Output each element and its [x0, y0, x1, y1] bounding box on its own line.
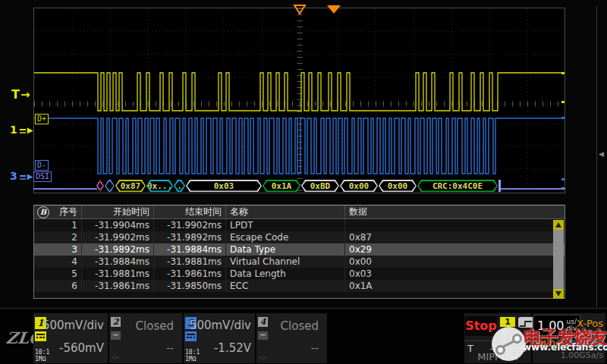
table-row[interactable]: 6-31.9861ms-31.9850msECC0x1A: [34, 280, 565, 292]
table-cell: -31.9892ms: [154, 231, 226, 243]
ch1-probe-ratio: 10:1: [35, 349, 49, 356]
ch3-probe-ratio: 10:1: [185, 349, 200, 356]
table-cell: 0x03: [345, 268, 565, 280]
decode-segment: 0x...: [146, 180, 173, 192]
trigger-level-marker[interactable]: T→: [11, 87, 30, 102]
ch1-probe-info: 10:1 1MΩ: [35, 349, 49, 362]
table-cell: Data Type: [226, 243, 345, 256]
col-header-data: 数据: [345, 206, 565, 218]
col-header-end-time: 结束时间: [154, 206, 226, 218]
channel2-block[interactable]: 2 − -:- Closed --: [109, 313, 182, 363]
watermark-logo-icon: [492, 327, 526, 361]
table-body: 1-31.9904ms-31.9902msLPDT2-31.9902ms-31.…: [34, 219, 565, 292]
scroll-up-arrow[interactable]: [553, 220, 564, 230]
waveform-display: [33, 8, 565, 193]
table-cell: -31.9902ms: [82, 231, 154, 243]
coupling-icon: [20, 128, 26, 133]
decode-segment-label: CRC:0x4C0E: [432, 181, 483, 191]
ch2-offset: --: [166, 342, 174, 354]
ch4-coupling-icon: −: [258, 331, 268, 340]
watermark-url: www.elecfans.com: [523, 342, 607, 353]
table-cell: 0x00: [345, 256, 565, 268]
table-cell: -31.9884ms: [154, 243, 226, 256]
decode-segment-label: 0x...: [147, 181, 172, 191]
trigger-source-badge[interactable]: 1: [500, 317, 515, 327]
ch2-coupling-icon: −: [111, 331, 121, 340]
table-cell: 4: [34, 256, 82, 268]
dplus-lane-label: D+: [35, 114, 49, 124]
table-cell: -31.9902ms: [154, 219, 226, 231]
table-cell: -31.9850ms: [154, 280, 226, 292]
table-cell: 0x87: [345, 231, 565, 243]
decode-segment-label: 0xBD: [310, 181, 331, 191]
right-arrow-icon: →: [20, 88, 30, 102]
pointer-icon: ▶: [27, 172, 33, 180]
trigger-position-marker-icon[interactable]: [293, 4, 307, 15]
table-cell: [345, 219, 565, 231]
run-state-label: Stop: [465, 316, 497, 336]
ch1-number: 1: [10, 124, 17, 136]
ch4-offset: --: [311, 342, 319, 354]
decode-segment: 0x00: [340, 180, 378, 192]
table-cell: 0x29: [345, 243, 565, 256]
run-state-button[interactable]: Stop: [465, 316, 497, 336]
ch1-dc-coupling-icon: [35, 331, 46, 341]
decode-segment-label: 0x03: [214, 181, 234, 191]
ch2-probe-info: -:-: [112, 353, 119, 361]
decode-segment: 0x87: [115, 180, 146, 192]
ch3-number: 3: [10, 170, 17, 182]
coupling-icon: [20, 174, 26, 180]
channel3-block[interactable]: 3 10:1 1MΩ 500mV/div -1.52V: [184, 313, 255, 363]
pointer-icon: ▶: [27, 126, 33, 134]
decode-segment-label: ...: [172, 181, 187, 191]
ch3-dc-coupling-icon: [185, 331, 197, 341]
table-cell: -31.9881ms: [154, 256, 226, 268]
t-label: T: [11, 87, 20, 102]
table-cell: LPDT: [226, 219, 345, 231]
ch1-offset: -560mV: [59, 341, 104, 355]
decode-segment-label: 0x1A: [272, 181, 292, 191]
ch3-position-marker[interactable]: 3▶: [10, 170, 33, 182]
decode-segment: 0x1A: [263, 180, 300, 192]
channel1-block[interactable]: 1 10:1 1MΩ 500mV/div -560mV: [33, 313, 108, 363]
table-row[interactable]: 3-31.9892ms-31.9884msData Type0x29: [34, 243, 565, 256]
table-cell: Escape Code: [226, 231, 345, 243]
table-cell: 6: [34, 280, 82, 292]
ch2-state: Closed: [136, 319, 174, 333]
table-row[interactable]: 5-31.9881ms-31.9861msData Length0x03: [34, 268, 565, 280]
decode-segment: 0x00: [379, 180, 417, 192]
waveform-grid: [34, 8, 565, 193]
ch3-impedance: 1MΩ: [185, 356, 200, 362]
table-row[interactable]: 1-31.9904ms-31.9902msLPDT: [34, 219, 565, 231]
ch1-scale: 500mV/div: [42, 318, 104, 332]
table-cell: ECC: [226, 280, 345, 292]
table-cell: Virtual Channel: [226, 256, 345, 268]
trigger-delay-marker-icon[interactable]: [326, 5, 341, 14]
table-cell: -31.9861ms: [154, 268, 226, 280]
ch1-position-marker[interactable]: 1▶: [10, 124, 33, 136]
table-cell: -31.9881ms: [82, 268, 154, 280]
ch3-probe-info: 10:1 1MΩ: [185, 349, 200, 362]
channel4-block[interactable]: 4 − -:- Closed --: [256, 313, 327, 363]
decode-segment-label: 0x87: [121, 181, 141, 191]
dminus-lane-label: D-: [35, 160, 49, 171]
decode-segment: CRC:0x4C0E: [417, 180, 498, 192]
ch3-offset: -1.52V: [214, 341, 251, 355]
scroll-track[interactable]: [553, 230, 564, 289]
decode-segment: [96, 180, 104, 192]
side-menu-collapse-arrow[interactable]: ◀: [599, 150, 604, 158]
ch4-badge: 4: [258, 317, 268, 327]
table-cell: 2: [34, 231, 82, 243]
table-row[interactable]: 2-31.9902ms-31.9892msEscape Code0x87: [34, 231, 565, 243]
ch3-scale: 500mV/div: [190, 318, 251, 332]
table-row[interactable]: 4-31.9884ms-31.9881msVirtual Channel0x00: [34, 256, 565, 268]
scroll-down-arrow[interactable]: [553, 289, 564, 299]
oscilloscope-screen: { "watermark": { "line1": "电子发烧友", "line…: [0, 0, 607, 364]
decode-bus-row: 0x870x......0x030x1A0xBD0x000x00CRC:0x4C…: [33, 180, 565, 192]
table-cell: 3: [34, 243, 82, 256]
table-cell: -31.9904ms: [82, 219, 154, 231]
decode-event-table: 序号 开始时间 结束时间 名称 数据 1-31.9904ms-31.9902ms…: [33, 205, 565, 299]
table-header: 序号 开始时间 结束时间 名称 数据: [34, 206, 565, 219]
table-scrollbar[interactable]: [553, 220, 564, 299]
decode-segment: 0x03: [186, 180, 262, 192]
